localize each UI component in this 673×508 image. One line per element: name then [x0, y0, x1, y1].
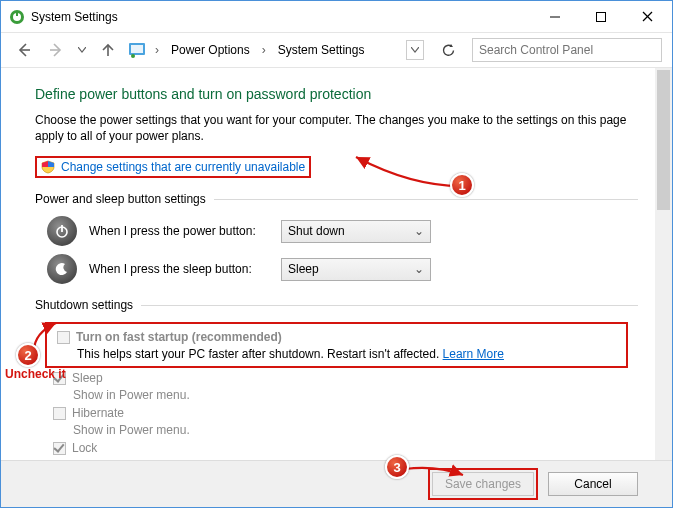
svg-rect-2 — [16, 11, 18, 16]
annotation-arrow-3 — [401, 461, 471, 491]
vertical-scrollbar[interactable] — [655, 68, 672, 460]
sleep-option-sub: Show in Power menu. — [73, 388, 638, 402]
breadcrumb-dropdown[interactable] — [406, 40, 424, 60]
section-power-buttons: Power and sleep button settings — [35, 192, 638, 206]
toolbar: › Power Options › System Settings — [1, 32, 672, 68]
annotation-1: 1 — [450, 173, 474, 197]
hibernate-checkbox[interactable] — [53, 407, 66, 420]
breadcrumb-sep-icon: › — [260, 43, 268, 57]
breadcrumb-power-options[interactable]: Power Options — [167, 41, 254, 59]
lock-option-label: Lock — [72, 441, 97, 455]
close-button[interactable] — [624, 1, 670, 32]
change-settings-link[interactable]: Change settings that are currently unava… — [61, 160, 305, 174]
page-heading: Define power buttons and turn on passwor… — [35, 86, 638, 102]
uac-shield-icon — [41, 160, 55, 174]
content-area: Define power buttons and turn on passwor… — [1, 68, 672, 460]
lock-checkbox[interactable] — [53, 442, 66, 455]
footer: Save changes Cancel — [1, 460, 672, 507]
recent-locations-button[interactable] — [75, 37, 89, 63]
scrollbar-thumb[interactable] — [657, 70, 670, 210]
breadcrumb-system-settings[interactable]: System Settings — [274, 41, 369, 59]
control-panel-icon — [127, 40, 147, 60]
chevron-down-icon: ⌄ — [414, 262, 424, 276]
sleep-button-value: Sleep — [288, 262, 319, 276]
power-button-select[interactable]: Shut down ⌄ — [281, 220, 431, 243]
sleep-option-label: Sleep — [72, 371, 103, 385]
sleep-button-row: When I press the sleep button: Sleep ⌄ — [47, 254, 638, 284]
power-options-icon — [9, 9, 25, 25]
divider — [214, 199, 638, 200]
sleep-button-select[interactable]: Sleep ⌄ — [281, 258, 431, 281]
learn-more-link[interactable]: Learn More — [443, 347, 504, 361]
chevron-down-icon: ⌄ — [414, 224, 424, 238]
section-label: Power and sleep button settings — [35, 192, 206, 206]
svg-rect-4 — [597, 12, 606, 21]
forward-button[interactable] — [43, 37, 69, 63]
power-button-label: When I press the power button: — [89, 224, 269, 238]
search-input[interactable] — [472, 38, 662, 62]
sleep-button-icon — [47, 254, 77, 284]
power-button-value: Shut down — [288, 224, 345, 238]
section-shutdown: Shutdown settings — [35, 298, 638, 312]
fast-startup-box: Turn on fast startup (recommended) This … — [45, 322, 628, 368]
title-bar: System Settings — [1, 1, 672, 32]
change-settings-link-row: Change settings that are currently unava… — [35, 156, 311, 178]
up-button[interactable] — [95, 37, 121, 63]
sleep-button-label: When I press the sleep button: — [89, 262, 269, 276]
back-button[interactable] — [11, 37, 37, 63]
svg-rect-11 — [131, 45, 143, 53]
fast-startup-help: This helps start your PC faster after sh… — [77, 347, 443, 361]
page-description: Choose the power settings that you want … — [35, 112, 638, 144]
svg-point-12 — [131, 54, 135, 58]
minimize-button[interactable] — [532, 1, 578, 32]
breadcrumb-sep-icon: › — [153, 43, 161, 57]
fast-startup-label: Turn on fast startup (recommended) — [76, 330, 282, 344]
divider — [141, 305, 638, 306]
power-button-icon — [47, 216, 77, 246]
annotation-3: 3 — [385, 455, 409, 479]
annotation-2: 2 — [16, 343, 40, 367]
refresh-button[interactable] — [436, 38, 460, 62]
hibernate-option-label: Hibernate — [72, 406, 124, 420]
power-button-row: When I press the power button: Shut down… — [47, 216, 638, 246]
section-label: Shutdown settings — [35, 298, 133, 312]
maximize-button[interactable] — [578, 1, 624, 32]
window-title: System Settings — [31, 10, 532, 24]
cancel-button[interactable]: Cancel — [548, 472, 638, 496]
hibernate-option-sub: Show in Power menu. — [73, 423, 638, 437]
annotation-uncheck-text: Uncheck it — [5, 367, 66, 381]
